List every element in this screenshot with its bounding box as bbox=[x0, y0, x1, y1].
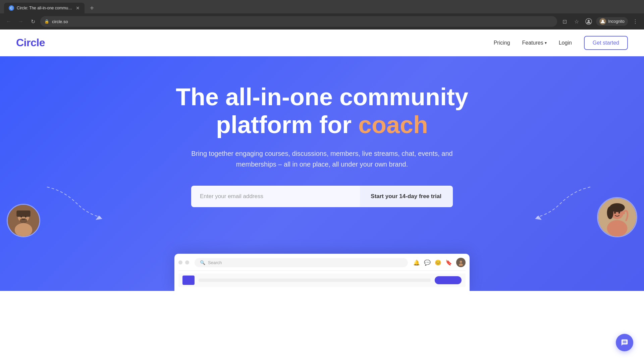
arrow-left-decoration bbox=[44, 184, 111, 224]
reload-button[interactable]: ↻ bbox=[28, 17, 38, 26]
svg-point-21 bbox=[460, 261, 462, 263]
nav-features[interactable]: Features ▾ bbox=[522, 40, 547, 46]
get-started-button[interactable]: Get started bbox=[584, 36, 628, 50]
profile-icon[interactable] bbox=[584, 17, 593, 26]
website: Circle Pricing Features ▾ Login Get star… bbox=[0, 29, 644, 291]
preview-search-bar[interactable]: 🔍 Search bbox=[195, 258, 408, 267]
arrow-right-decoration bbox=[527, 184, 594, 224]
preview-traffic-lights bbox=[178, 260, 189, 264]
cast-icon[interactable]: ⊡ bbox=[560, 17, 569, 26]
incognito-avatar bbox=[599, 18, 606, 25]
bookmark-small-icon: 🔖 bbox=[445, 259, 452, 266]
new-tab-button[interactable]: + bbox=[87, 3, 97, 13]
trial-button[interactable]: Start your 14-day free trial bbox=[359, 186, 453, 207]
nav-pricing[interactable]: Pricing bbox=[494, 40, 510, 46]
hero-section: The all-in-one community platform for co… bbox=[0, 56, 644, 291]
browser-chrome: C Circle: The all-in-one community ✕ + ←… bbox=[0, 0, 644, 29]
hero-heading: The all-in-one community platform for co… bbox=[176, 83, 468, 139]
site-logo[interactable]: Circle bbox=[16, 37, 45, 49]
site-navigation: Circle Pricing Features ▾ Login Get star… bbox=[0, 29, 644, 56]
preview-user-avatar bbox=[456, 258, 466, 267]
preview-icon-1 bbox=[178, 260, 182, 264]
address-bar[interactable]: 🔒 circle.so bbox=[40, 16, 557, 27]
back-button[interactable]: ← bbox=[4, 17, 13, 26]
avatar-left bbox=[7, 204, 40, 237]
email-input[interactable] bbox=[191, 186, 359, 207]
nav-login[interactable]: Login bbox=[559, 40, 572, 46]
bell-icon: 🔔 bbox=[413, 259, 420, 266]
browser-menu-icon[interactable]: ⋮ bbox=[631, 17, 640, 26]
chevron-down-icon: ▾ bbox=[545, 41, 547, 45]
tab-title: Circle: The all-in-one community bbox=[17, 6, 73, 10]
tab-favicon: C bbox=[9, 5, 14, 11]
url-display: circle.so bbox=[52, 19, 553, 24]
active-tab[interactable]: C Circle: The all-in-one community ✕ bbox=[4, 3, 85, 13]
forward-button[interactable]: → bbox=[16, 17, 25, 26]
svg-point-9 bbox=[25, 216, 26, 218]
hero-heading-accent: coach bbox=[358, 111, 428, 138]
svg-point-1 bbox=[588, 20, 590, 22]
hero-subtext: Bring together engaging courses, discuss… bbox=[191, 148, 453, 170]
toolbar-right: ⊡ ☆ Incognito ⋮ bbox=[560, 17, 640, 26]
incognito-profile[interactable]: Incognito bbox=[596, 17, 628, 26]
tab-close-icon[interactable]: ✕ bbox=[76, 5, 80, 11]
preview-bar: 🔍 Search 🔔 💬 😊 🔖 bbox=[178, 258, 466, 271]
avatar-right-image bbox=[598, 198, 636, 236]
svg-point-17 bbox=[614, 212, 616, 214]
smiley-icon: 😊 bbox=[435, 259, 441, 266]
browser-toolbar: ← → ↻ 🔒 circle.so ⊡ ☆ bbox=[0, 13, 644, 29]
avatar-left-image bbox=[8, 205, 39, 236]
svg-point-5 bbox=[15, 223, 33, 237]
search-icon: 🔍 bbox=[200, 260, 205, 265]
hero-cta-group: Start your 14-day free trial bbox=[191, 186, 453, 207]
lock-icon: 🔒 bbox=[44, 19, 49, 24]
preview-notifications: 🔔 💬 😊 🔖 bbox=[413, 258, 466, 267]
chat-bubble-icon: 💬 bbox=[424, 259, 431, 266]
preview-icon-2 bbox=[185, 260, 189, 264]
avatar-right bbox=[597, 197, 637, 237]
profile-label: Incognito bbox=[608, 19, 625, 24]
product-preview: 🔍 Search 🔔 💬 😊 🔖 bbox=[174, 254, 470, 291]
bookmark-icon[interactable]: ☆ bbox=[572, 17, 581, 26]
svg-point-8 bbox=[20, 216, 22, 218]
search-placeholder-text: Search bbox=[208, 260, 222, 265]
svg-point-16 bbox=[607, 206, 613, 219]
tab-bar: C Circle: The all-in-one community ✕ + bbox=[0, 0, 644, 13]
svg-point-14 bbox=[607, 220, 628, 237]
svg-point-10 bbox=[20, 218, 28, 223]
svg-rect-7 bbox=[16, 210, 30, 217]
nav-right: Pricing Features ▾ Login Get started bbox=[494, 36, 628, 50]
